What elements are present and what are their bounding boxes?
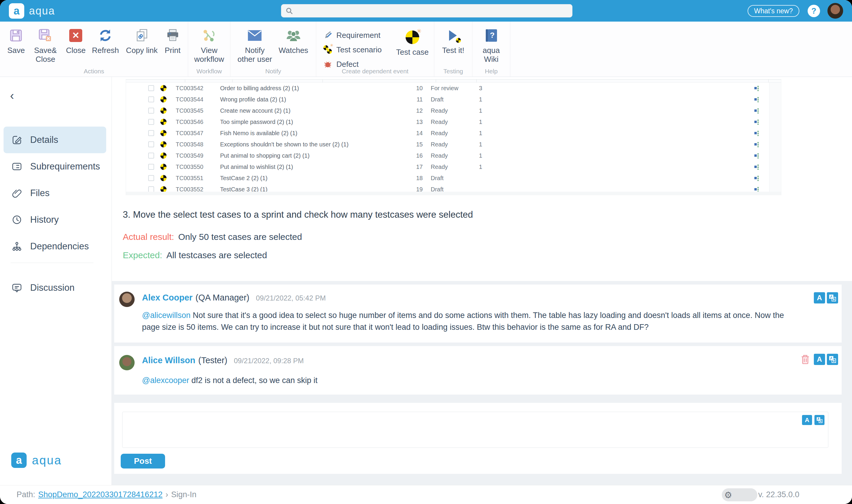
user-avatar[interactable] [828,3,843,19]
row-action-icon[interactable] [754,175,760,181]
svg-text:?: ? [490,31,495,40]
translate-button[interactable]: A [827,354,838,365]
edit-icon [12,135,22,145]
settings-toggle[interactable]: ⚙ [722,488,757,501]
test-case-icon [160,141,166,148]
gear-icon: ⚙ [724,490,732,500]
save-icon [9,28,23,43]
search-input[interactable] [281,4,573,17]
mention-link[interactable]: @alicewillson [142,311,191,320]
mention-link[interactable]: @alexcooper [142,376,189,385]
format-button[interactable]: A [814,292,825,304]
test-case-icon [160,108,166,114]
row-action-icon[interactable] [754,85,760,91]
row-action-icon[interactable] [754,96,760,103]
brand-name: aqua [29,5,55,17]
table-row[interactable]: TC003548 Exceptions shouldn't be shown t… [126,139,781,150]
refresh-button[interactable]: Refresh [92,28,119,55]
copy-link-button[interactable]: Copy link [125,28,158,55]
row-checkbox[interactable] [148,96,154,102]
table-row[interactable]: TC003549 Put animal to shopping cart (2)… [126,150,781,161]
notify-other-user-button[interactable]: Notify other user [235,28,274,64]
row-action-icon[interactable] [754,107,760,114]
close-button[interactable]: ✕ Close [66,28,86,55]
close-icon: ✕ [69,29,82,42]
table-header [126,79,781,83]
comment-input[interactable]: A A [122,412,828,448]
table-scrollbar[interactable] [769,83,781,192]
test-it-button[interactable]: Test it! [438,28,468,55]
table-row[interactable]: TC003544 Wrong profile data (2) (1) 11 D… [126,94,781,105]
row-action-icon[interactable] [754,130,760,136]
aqua-wiki-button[interactable]: ? aqua Wiki [476,28,506,64]
svg-text:A: A [830,356,833,361]
content-area: TC003542 Order to billing address (2) (1… [112,77,852,485]
row-checkbox[interactable] [148,85,154,91]
whats-new-button[interactable]: What's new? [747,5,799,17]
current-page-name: Sign-In [171,490,196,499]
project-link[interactable]: ShopDemo_202203301728416212 [38,490,162,499]
ribbon-group-notify: Notify other user Watches Notify [231,22,316,77]
sidebar-item-discussion[interactable]: Discussion [3,274,106,301]
test-case-icon [160,119,166,125]
sidebar-item-files[interactable]: Files [3,180,106,206]
list-icon [12,162,22,172]
discussion-section: Alex Cooper (QA Manager) 09/21/2022, 05:… [112,281,852,485]
commenter-role: (Tester) [198,356,227,365]
create-test-case-button[interactable]: ✳ Test case [395,28,430,57]
format-button[interactable]: A [814,354,825,365]
table-row[interactable]: TC003550 Put animal to wishlist (2) (1) … [126,161,781,173]
table-bottom-strip [126,192,781,195]
row-action-icon[interactable] [754,119,760,125]
breadcrumb: Path:ShopDemo_202203301728416212›Sign-In [17,490,196,499]
row-checkbox[interactable] [148,130,154,136]
commenter-name[interactable]: Alice Willson [142,356,195,365]
sidebar-item-history[interactable]: History [3,206,106,233]
table-row[interactable]: TC003547 Fish Nemo is available (2) (1) … [126,127,781,139]
delete-comment-button[interactable] [800,354,811,365]
post-button[interactable]: Post [121,454,165,468]
row-action-icon[interactable] [754,152,760,159]
table-row[interactable]: TC003542 Order to billing address (2) (1… [126,83,781,94]
expected-label: Expected: [123,250,162,260]
comment-timestamp: 09/21/2022, 09:28 PM [234,357,304,365]
row-action-icon[interactable] [754,164,760,170]
translate-button[interactable]: A [814,415,824,425]
save-button[interactable]: Save [7,28,25,55]
version-label: v. 22.35.0.0 [758,490,799,499]
row-checkbox[interactable] [148,119,154,125]
row-checkbox[interactable] [148,164,154,170]
comment-card: Alex Cooper (QA Manager) 09/21/2022, 05:… [114,285,842,342]
print-icon [166,28,180,43]
sidebar-footer-logo: a aqua [11,452,62,468]
sidebar-item-details[interactable]: Details [3,127,106,153]
collapse-sidebar-button[interactable]: ‹ [10,90,22,102]
sidebar-item-subrequirements[interactable]: Subrequirements [3,153,106,180]
status-bar: Path:ShopDemo_202203301728416212›Sign-In… [0,485,852,504]
sidebar-item-dependencies[interactable]: Dependencies [3,233,106,260]
hierarchy-icon [12,241,22,251]
row-checkbox[interactable] [148,175,154,181]
watches-button[interactable]: Watches [276,28,311,55]
ribbon-group-testing: Test it! Testing [434,22,472,77]
save-and-close-button[interactable]: Save& Close [31,28,59,64]
test-case-icon [160,85,166,91]
print-button[interactable]: Print [165,28,180,55]
format-button[interactable]: A [802,415,812,425]
table-row[interactable]: TC003546 Too simple password (2) (1) 13 … [126,116,781,127]
help-button[interactable]: ? [808,5,820,17]
row-checkbox[interactable] [148,152,154,159]
row-checkbox[interactable] [148,141,154,147]
create-test-scenario-button[interactable]: ✳ Test scenario [323,44,395,56]
table-row[interactable]: TC003551 TestCase 2 (2) (1) 18 Draft [126,173,781,184]
create-requirement-button[interactable]: Requirement [323,29,395,41]
table-row[interactable]: TC003545 Create new account (2) (1) 12 R… [126,105,781,116]
commenter-name[interactable]: Alex Cooper [142,293,193,303]
row-checkbox[interactable] [148,108,154,113]
row-action-icon[interactable] [754,141,760,148]
actual-result-label: Actual result: [123,232,174,242]
translate-button[interactable]: A [827,292,838,304]
row-checkbox[interactable] [148,186,154,192]
ribbon-toolbar: Save Save& Close ✕ Close Refresh [0,22,852,77]
view-workflow-button[interactable]: View workflow [192,28,226,64]
